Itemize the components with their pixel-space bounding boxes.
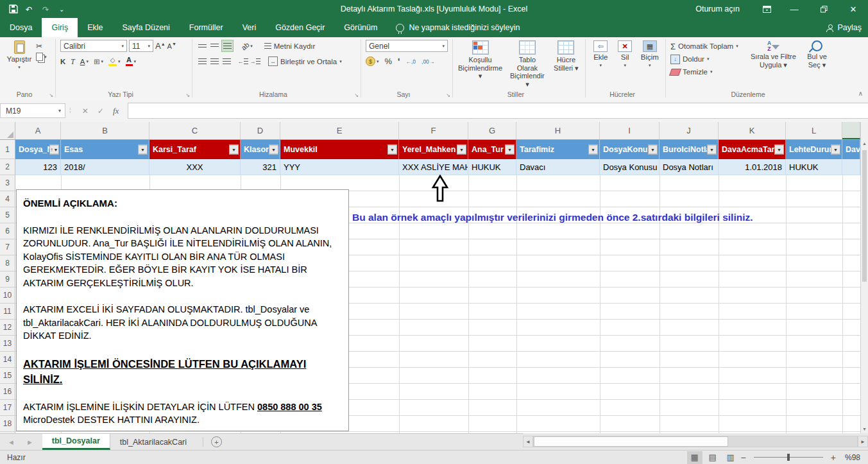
header-cell-dosya-konusu[interactable]: DosyaKonu ▼ — [600, 140, 660, 159]
font-color-icon[interactable]: A — [126, 56, 133, 66]
row-header-1[interactable]: 1 — [0, 140, 15, 159]
normal-view-icon[interactable]: ▦ — [687, 451, 702, 464]
cell-a2[interactable]: 123 — [15, 159, 61, 175]
header-cell-muvekkil[interactable]: Muvekkil ▼ — [280, 140, 399, 159]
cell-f2[interactable]: XXX ASLİYE MAH. — [399, 159, 468, 175]
cell-g2[interactable]: HUKUK — [468, 159, 516, 175]
tab-veri[interactable]: Veri — [233, 18, 266, 37]
clipboard-dialog-launcher-icon[interactable]: ↘ — [49, 92, 53, 98]
scroll-up-icon[interactable]: ▲ — [861, 141, 868, 146]
align-center-icon[interactable] — [209, 56, 220, 67]
cell-d2[interactable]: 321 — [241, 159, 280, 175]
tab-giris[interactable]: Giriş — [42, 18, 78, 37]
column-header-k[interactable]: K — [719, 122, 786, 139]
row-header-13[interactable]: 13 — [0, 336, 15, 352]
sign-in-button[interactable]: Oturum açın — [681, 4, 754, 13]
row-header-2[interactable]: 2 — [0, 159, 15, 175]
font-dialog-launcher-icon[interactable]: ↘ — [185, 92, 190, 98]
horizontal-scrollbar-thumb[interactable] — [534, 436, 728, 447]
cell-j2[interactable]: Dosya Notları — [660, 159, 719, 175]
save-icon[interactable] — [9, 4, 18, 13]
underline-icon[interactable]: A — [80, 58, 85, 65]
row-header-6[interactable]: 6 — [0, 223, 15, 239]
column-header-c[interactable]: C — [149, 122, 241, 139]
header-cell-karsi-taraf[interactable]: Karsi_Taraf ▼ — [149, 140, 241, 159]
redo-icon[interactable]: ↷▾ — [42, 4, 51, 14]
cell-l2[interactable]: HUKUK — [786, 159, 842, 175]
shrink-font-icon[interactable]: A▼ — [167, 42, 176, 50]
cell-c2[interactable]: XXX — [149, 159, 241, 175]
header-cell-klasor-no[interactable]: Klasor_N ▼ — [241, 140, 280, 159]
new-sheet-button[interactable]: + — [211, 434, 222, 450]
increase-decimal-icon[interactable]: ←,0 — [405, 58, 416, 65]
row-header-18[interactable]: 18 — [0, 416, 15, 432]
header-cell-lehte-durum[interactable]: LehteDurun ▼ — [786, 140, 842, 159]
paste-button[interactable]: Yapıştır ▾ — [3, 39, 36, 89]
align-left-icon[interactable] — [197, 56, 208, 67]
font-size-combo[interactable]: 11▾ — [129, 40, 153, 52]
zoom-slider-thumb[interactable] — [787, 454, 790, 461]
autosum-button[interactable]: Σ Otomatik Toplam ▾ — [668, 40, 747, 52]
enter-icon[interactable]: ✓ — [98, 107, 104, 116]
close-icon[interactable]: ✕ — [838, 0, 868, 18]
sheet-tab-aktarilacakcari[interactable]: tbl_AktarilacakCari — [110, 434, 196, 450]
row-header-15[interactable]: 15 — [0, 368, 15, 384]
zoom-level[interactable]: %98 — [845, 453, 860, 462]
italic-icon[interactable]: T — [71, 58, 74, 65]
explanation-textbox[interactable]: ÖNEMLİ AÇIKLAMA: KIRMIZI İLE RENKLENDİRİ… — [16, 189, 349, 431]
accounting-format-icon[interactable]: $▾ — [366, 56, 379, 66]
hscroll-left-icon[interactable]: ◄ — [523, 436, 533, 447]
zoom-slider[interactable] — [754, 457, 823, 458]
page-layout-view-icon[interactable]: ▤ — [705, 451, 720, 464]
name-box[interactable]: M19 ▾ — [0, 103, 65, 118]
row-header-14[interactable]: 14 — [0, 352, 15, 368]
column-header-g[interactable]: G — [468, 122, 516, 139]
number-dialog-launcher-icon[interactable]: ↘ — [446, 92, 450, 98]
column-header-j[interactable]: J — [660, 122, 719, 139]
row-header-12[interactable]: 12 — [0, 320, 15, 336]
filter-button[interactable]: ▼ — [387, 145, 397, 155]
tab-gorunum[interactable]: Görünüm — [334, 18, 387, 37]
column-header-b[interactable]: B — [61, 122, 149, 139]
grow-font-icon[interactable]: A▲ — [155, 41, 166, 51]
scroll-down-icon[interactable]: ▼ — [861, 427, 868, 431]
format-as-table-button[interactable]: Tablo Olarak Biçimlendir ▾ — [505, 39, 550, 90]
percent-style-icon[interactable]: % — [385, 56, 393, 66]
header-cell-buro-ici-notlar[interactable]: BuroIciNotla ▼ — [660, 140, 719, 159]
horizontal-scrollbar[interactable]: ◄ ► — [523, 433, 868, 450]
align-middle-icon[interactable] — [209, 40, 220, 51]
customize-qat-icon[interactable]: ⌄ — [59, 6, 64, 13]
sheet-nav-right-icon[interactable]: ► — [26, 438, 33, 446]
filter-button[interactable]: ▼ — [138, 145, 148, 155]
row-header-3[interactable]: 3 — [0, 175, 15, 191]
vertical-scrollbar[interactable]: ▲ ▼ — [860, 122, 868, 433]
cell-i2[interactable]: Dosya Konusu — [600, 159, 660, 175]
align-right-icon[interactable] — [221, 56, 232, 67]
borders-icon[interactable]: ⊞ — [94, 57, 100, 66]
cell-b2[interactable]: 2018/ — [61, 159, 149, 175]
tab-sayfa-duzeni[interactable]: Sayfa Düzeni — [112, 18, 179, 37]
orientation-icon[interactable]: ab — [240, 40, 251, 51]
alignment-dialog-launcher-icon[interactable]: ↘ — [354, 92, 359, 98]
column-header-m-partial[interactable] — [842, 122, 860, 139]
name-box-arrow-icon[interactable]: ▾ — [58, 108, 65, 114]
collapse-ribbon-icon[interactable]: ∧ — [858, 90, 863, 97]
restore-icon[interactable] — [809, 0, 838, 18]
decrease-indent-icon[interactable]: ← — [237, 56, 248, 67]
cut-icon[interactable]: ✂ — [36, 42, 47, 51]
filter-sort-button[interactable]: ↑▼ — [49, 145, 59, 155]
hscroll-right-icon[interactable]: ► — [858, 436, 868, 447]
tab-ekle[interactable]: Ekle — [78, 18, 112, 37]
horizontal-scrollbar-track[interactable] — [533, 436, 858, 447]
filter-button[interactable]: ▼ — [588, 145, 598, 155]
header-cell-dosya-no[interactable]: Dosya_N ↑▼ — [15, 140, 61, 159]
fill-color-icon[interactable]: ◇ — [108, 57, 117, 66]
row-header-9[interactable]: 9 — [0, 271, 15, 288]
formula-input[interactable] — [128, 103, 868, 119]
row-header-16[interactable]: 16 — [0, 384, 15, 400]
header-cell-yerel-mahkeme[interactable]: Yerel_Mahken ▼ — [399, 140, 468, 159]
sort-filter-button[interactable]: AZ Sırala ve Filtre Uygula ▾ — [747, 39, 800, 89]
column-header-h[interactable]: H — [516, 122, 600, 139]
sheet-nav-left-icon[interactable]: ◄ — [8, 438, 15, 446]
delete-cells-button[interactable]: ✕ Sil ▾ — [613, 39, 637, 89]
